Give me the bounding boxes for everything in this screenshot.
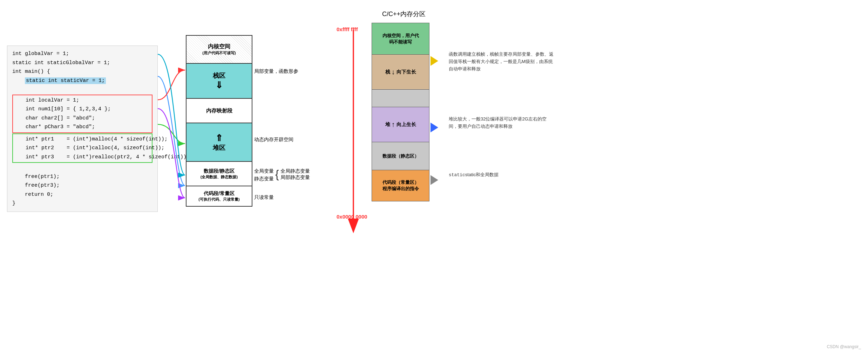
code-line-2: static int staticGlobalVar = 1; — [12, 58, 152, 68]
arrow-staticvar — [158, 76, 185, 186]
big-red-arrow — [343, 26, 364, 236]
annot-heap: 堆比较大，一般32位编译器可以申请2G左右的空间，要用户自己动态申请和释放 — [449, 116, 554, 130]
center-mem-diagram: 内核空间 (用户代码不可读写) 栈区 ⇓ 内存映射段 ⇑ 堆区 数据段/静态区 … — [186, 35, 252, 207]
arrow-blue-icon — [430, 123, 438, 132]
label-readonly: 只读常量 — [254, 194, 274, 201]
label-global-text: 全局变量 静态变量 — [254, 168, 274, 182]
right-block-data: 数据段（静态区） — [372, 142, 429, 170]
right-block-kernel: 内核空间，用户代 码不能读写 — [372, 23, 429, 54]
right-block-heap: 堆 ↑ 向上生长 — [372, 107, 429, 142]
center-block-mmap: 内存映射段 — [186, 98, 252, 123]
label-global-area: 全局变量 静态变量 { 全局静态变量 局部静态变量 — [254, 168, 310, 182]
code-line-17: } — [12, 199, 152, 208]
code-line-4: static int staticVar = 1; — [12, 76, 152, 85]
arrow-gray-icon — [430, 175, 438, 185]
code-red-box: int localVar = 1; int num1[10] = { 1,2,3… — [12, 95, 152, 133]
code-line-5 — [12, 85, 152, 94]
right-block-mmap — [372, 89, 429, 107]
code-line-15: free(ptr3); — [12, 181, 152, 190]
center-block-data: 数据段/静态区 (全局数据、静态数据) — [186, 161, 252, 186]
right-title: C/C++内存分区 — [382, 10, 426, 18]
center-block-stack: 栈区 ⇓ — [186, 63, 252, 98]
label-stack: 局部变量，函数形参 — [254, 68, 298, 75]
label-heap: 动态内存开辟空间 — [254, 137, 293, 143]
code-line-1: int globalVar = 1; — [12, 49, 152, 58]
code-line-9: char* pChar3 = "abcd"; — [13, 123, 152, 132]
code-line-7: int num1[10] = { 1,2,3,4 }; — [13, 105, 152, 114]
code-green-box: int* ptr1 = (int*)malloc(4 * sizeof(int)… — [12, 133, 152, 163]
label-static-detail: 全局静态变量 局部静态变量 — [280, 168, 310, 181]
center-block-heap: ⇑ 堆区 — [186, 123, 252, 161]
code-line-10: int* ptr1 = (int*)malloc(4 * sizeof(int)… — [13, 135, 152, 144]
annot-stack: 函数调用建立栈帧，栈帧主要存局部变量、参数、返回值等栈一般有大小规定，一般是几M… — [449, 51, 554, 73]
right-mem-diagram: 内核空间，用户代 码不能读写 栈 ↓ 向下生长 堆 ↑ 向上生长 数据段（静态区… — [372, 23, 429, 201]
code-line-13 — [12, 163, 152, 172]
arrow-yellow-icon — [430, 56, 438, 66]
brace-icon: { — [275, 168, 279, 180]
center-block-kernel: 内核空间 (用户代码不可读写) — [186, 35, 252, 63]
kernel-label: 内核空间 (用户代码不可读写) — [202, 43, 236, 56]
code-line-14: free(ptr1); — [12, 172, 152, 181]
code-line-8: char char2[] = "abcd"; — [13, 114, 152, 123]
code-line-3: int main() { — [12, 67, 152, 76]
right-block-stack: 栈 ↓ 向下生长 — [372, 54, 429, 89]
right-block-code: 代码段（常量区） 程序编译出的指令 — [372, 170, 429, 201]
code-line-16: return 0; — [12, 190, 152, 199]
code-line-12: int* ptr3 = (int*)realloc(ptr2, 4 * size… — [13, 153, 152, 162]
arrow-pchar3-code — [158, 109, 185, 198]
code-line-6: int localVar = 1; — [13, 96, 152, 105]
code-line-11: int* ptr2 = (int*)calloc(4, sizeof(int))… — [13, 144, 152, 153]
arrow-localvars — [158, 70, 185, 100]
watermark: CSDN @wangsir_ — [827, 344, 861, 349]
annot-data: staticstatic和全局数据 — [449, 172, 499, 178]
code-panel: int globalVar = 1; static int staticGlob… — [7, 46, 158, 212]
center-block-code: 代码段/常量区 (可执行代码、只读常量) — [186, 186, 252, 207]
